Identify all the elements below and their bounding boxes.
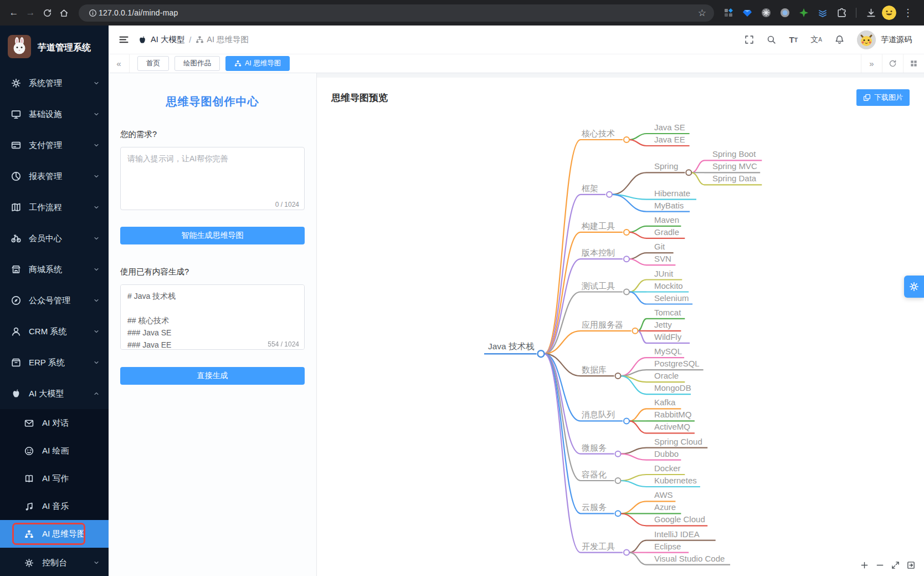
mindmap-canvas[interactable]: Java 技术栈核心技术Java SEJava EE框架SpringSpring… xyxy=(317,78,924,576)
bookmark-star-icon[interactable]: ☆ xyxy=(698,7,706,19)
sidebar-item-system[interactable]: 系统管理 xyxy=(0,68,109,99)
mindmap-node-构建工具[interactable]: 构建工具 xyxy=(581,221,615,231)
mindmap-node-RabbitMQ[interactable]: RabbitMQ xyxy=(654,410,692,419)
mindmap-node-开发工具[interactable]: 开发工具 xyxy=(582,542,615,551)
font-size-icon[interactable]: TT xyxy=(789,35,798,44)
mindmap-node-Mockito[interactable]: Mockito xyxy=(654,281,683,290)
mindmap-node-容器化[interactable]: 容器化 xyxy=(582,470,607,479)
search-icon[interactable] xyxy=(767,35,776,44)
tabs-scroll-right-icon[interactable]: » xyxy=(861,54,882,73)
sidebar-item-crm[interactable]: CRM 系统 xyxy=(0,316,109,347)
mindmap-node-测试工具[interactable]: 测试工具 xyxy=(581,281,615,290)
sidebar-item-ai-draw[interactable]: AI 绘画 xyxy=(0,437,109,465)
mindmap-expand-circle[interactable] xyxy=(624,289,629,295)
extension-gem-icon[interactable] xyxy=(740,5,755,21)
mindmap-node-Spring MVC[interactable]: Spring MVC xyxy=(712,161,757,171)
mindmap-node-Tomcat[interactable]: Tomcat xyxy=(654,308,681,317)
user-menu[interactable]: 芋道源码 xyxy=(857,30,912,49)
sidebar-item-workflow[interactable]: 工作流程 xyxy=(0,192,109,223)
tabs-refresh-icon[interactable] xyxy=(882,54,903,73)
sidebar-item-mp[interactable]: 公众号管理 xyxy=(0,285,109,316)
mindmap-expand-circle[interactable] xyxy=(633,328,638,334)
zoom-in-icon[interactable] xyxy=(860,561,869,569)
mindmap-node-Spring Cloud[interactable]: Spring Cloud xyxy=(654,437,702,446)
mindmap-node-消息队列[interactable]: 消息队列 xyxy=(582,410,615,419)
tabs-layout-icon[interactable] xyxy=(903,54,924,73)
notification-bell-icon[interactable] xyxy=(835,35,844,44)
sidebar-item-mall[interactable]: 商城系统 xyxy=(0,254,109,285)
mindmap-expand-circle[interactable] xyxy=(615,451,621,457)
mindmap-node-ActiveMQ[interactable]: ActiveMQ xyxy=(654,422,690,431)
mindmap-node-Azure[interactable]: Azure xyxy=(654,502,676,512)
mindmap-expand-circle[interactable] xyxy=(607,192,612,197)
mindmap-expand-circle[interactable] xyxy=(615,478,621,483)
mindmap-expand-circle[interactable] xyxy=(686,170,691,175)
zoom-out-icon[interactable] xyxy=(876,561,884,569)
mindmap-node-Kafka[interactable]: Kafka xyxy=(654,397,676,407)
direct-generate-button[interactable]: 直接生成 xyxy=(120,367,305,385)
sidebar-item-member[interactable]: 会员中心 xyxy=(0,223,109,254)
sidebar-item-infra[interactable]: 基础设施 xyxy=(0,99,109,130)
sidebar-item-pay[interactable]: 支付管理 xyxy=(0,130,109,161)
address-bar[interactable]: 127.0.0.1/ai/mind-map ☆ xyxy=(79,4,714,22)
mindmap-node-SVN[interactable]: SVN xyxy=(654,254,671,263)
browser-forward-icon[interactable]: → xyxy=(22,4,39,21)
mindmap-node-MyBatis[interactable]: MyBatis xyxy=(654,201,684,210)
mindmap-expand-circle[interactable] xyxy=(624,137,629,142)
sidebar-item-erp[interactable]: ERP 系统 xyxy=(0,347,109,378)
mindmap-node-Selenium[interactable]: Selenium xyxy=(654,293,689,303)
extension-grid-icon[interactable] xyxy=(721,5,736,21)
app-logo-row[interactable]: 芋道管理系统 xyxy=(0,26,109,68)
mindmap-node-框架[interactable]: 框架 xyxy=(582,183,598,193)
tab-0[interactable]: 首页 xyxy=(137,56,169,71)
sidebar-item-ai-chat[interactable]: AI 对话 xyxy=(0,409,109,437)
mindmap-node-Spring Data[interactable]: Spring Data xyxy=(712,174,757,183)
mindmap-node-版本控制[interactable]: 版本控制 xyxy=(581,248,615,257)
mindmap-expand-circle[interactable] xyxy=(624,418,629,424)
mindmap-node-Gradle[interactable]: Gradle xyxy=(654,227,679,237)
mindmap-node-Jetty[interactable]: Jetty xyxy=(654,320,672,329)
mindmap-node-Spring Boot[interactable]: Spring Boot xyxy=(712,149,756,159)
breadcrumb-item-ai[interactable]: AI 大模型 xyxy=(138,34,184,45)
mindmap-node-应用服务器[interactable]: 应用服务器 xyxy=(582,320,623,329)
mindmap-node-Spring[interactable]: Spring xyxy=(654,161,678,171)
tab-active-2[interactable]: AI 思维导图 xyxy=(225,56,290,71)
tabs-scroll-left-icon[interactable]: « xyxy=(109,54,130,73)
breadcrumb-item-mindmap[interactable]: AI 思维导图 xyxy=(196,34,249,45)
browser-back-icon[interactable]: ← xyxy=(6,4,22,21)
mindmap-node-Visual Studio Code[interactable]: Visual Studio Code xyxy=(654,554,725,563)
sidebar-item-console[interactable]: 控制台 xyxy=(0,548,109,576)
mindmap-node-Eclipse[interactable]: Eclipse xyxy=(654,542,681,551)
downloads-icon[interactable] xyxy=(863,5,879,21)
sidebar-item-report[interactable]: 报表管理 xyxy=(0,161,109,192)
mindmap-node-Java EE[interactable]: Java EE xyxy=(654,135,685,144)
mindmap-node-Kubernetes[interactable]: Kubernetes xyxy=(654,476,697,485)
mindmap-expand-circle[interactable] xyxy=(624,550,629,555)
language-icon[interactable]: 文A xyxy=(810,35,822,45)
collapse-menu-icon[interactable] xyxy=(119,34,129,45)
mindmap-expand-circle[interactable] xyxy=(624,230,629,235)
frame-view-icon[interactable] xyxy=(907,561,915,569)
fit-screen-icon[interactable] xyxy=(891,561,900,569)
site-info-icon[interactable] xyxy=(86,4,99,21)
mindmap-node-Git[interactable]: Git xyxy=(654,242,665,251)
mindmap-node-Dubbo[interactable]: Dubbo xyxy=(654,449,679,458)
mindmap-expand-circle[interactable] xyxy=(624,256,629,262)
mindmap-node-JUnit[interactable]: JUnit xyxy=(654,269,674,278)
mindmap-root-Java 技术栈[interactable]: Java 技术栈 xyxy=(488,341,535,351)
browser-reload-icon[interactable] xyxy=(39,4,55,21)
mindmap-root-circle[interactable] xyxy=(538,350,545,357)
mindmap-node-微服务[interactable]: 微服务 xyxy=(582,443,607,452)
extensions-puzzle-icon[interactable] xyxy=(834,5,849,21)
mindmap-node-Google Cloud[interactable]: Google Cloud xyxy=(654,514,705,524)
mindmap-node-Docker[interactable]: Docker xyxy=(654,463,681,473)
browser-profile-avatar[interactable] xyxy=(882,6,896,20)
mindmap-node-云服务[interactable]: 云服务 xyxy=(582,502,607,512)
mindmap-node-核心技术[interactable]: 核心技术 xyxy=(581,129,615,138)
tab-1[interactable]: 绘图作品 xyxy=(174,56,220,71)
extension-snowflake-icon[interactable] xyxy=(758,5,774,21)
settings-flyout-button[interactable] xyxy=(904,276,924,298)
mindmap-node-Oracle[interactable]: Oracle xyxy=(654,371,679,380)
mindmap-node-PostgreSQL[interactable]: PostgreSQL xyxy=(654,359,700,368)
browser-home-icon[interactable] xyxy=(55,4,72,21)
